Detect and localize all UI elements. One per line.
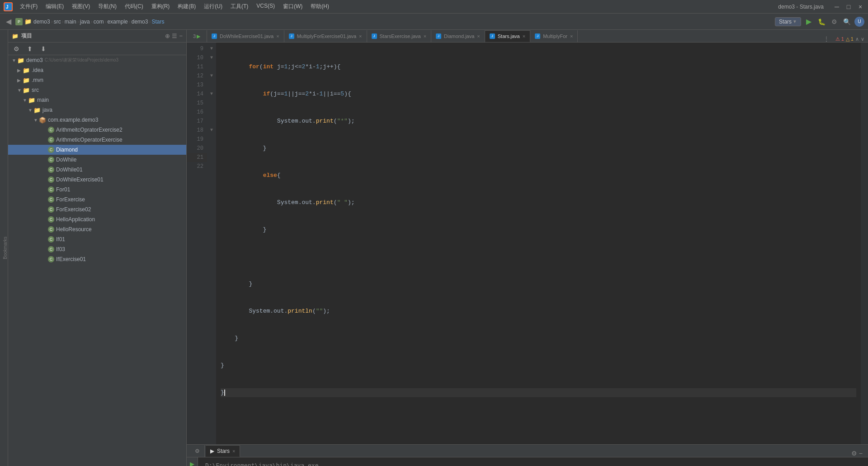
tab-dowhileexercise01[interactable]: J DoWhileExercise01.java ×: [207, 30, 284, 42]
right-scroll-gutter[interactable]: [861, 43, 868, 444]
tab-starsexercise[interactable]: J StarsExercise.java ×: [367, 30, 432, 42]
tree-ForExercise[interactable]: ▶ C ForExercise: [8, 195, 186, 204]
tree-ForExercise02[interactable]: ▶ C ForExercise02: [8, 204, 186, 214]
tree-DoWhileExercise01[interactable]: ▶ C DoWhileExercise01: [8, 175, 186, 185]
run-panel: ⚙ ▶ Stars × ⚙ −: [187, 444, 868, 466]
tree-package[interactable]: ▼ 📦 com.example.demo3: [8, 115, 186, 125]
menu-window[interactable]: 窗口(W): [279, 2, 306, 11]
menu-nav[interactable]: 导航(N): [94, 2, 120, 11]
tab-close-multiply1[interactable]: ×: [359, 33, 362, 39]
tree-DoWhile01[interactable]: ▶ C DoWhile01: [8, 165, 186, 175]
run-sidebar: ▶ ⬆ ⚙ ⬇ ≡ 🗑: [187, 457, 198, 466]
tree-DoWhile[interactable]: ▶ C DoWhile: [8, 155, 186, 165]
menu-code[interactable]: 代码(C): [121, 2, 147, 11]
tree-For01[interactable]: ▶ C For01: [8, 185, 186, 195]
tree-mvn[interactable]: ▶ 📁 .mvn: [8, 75, 186, 85]
bc-example[interactable]: example: [107, 19, 127, 25]
bc-demo3[interactable]: demo3: [33, 19, 50, 25]
tree-idea[interactable]: ▶ 📁 .idea: [8, 65, 186, 75]
tree-If01[interactable]: ▶ C If01: [8, 234, 186, 244]
line-numbers: 9 10 11 12 13 14 15 16 17 18 19 20 21 22: [187, 43, 207, 444]
menu-help[interactable]: 帮助(H): [307, 2, 333, 11]
tree-node-label: IfExercise01: [56, 256, 86, 262]
menu-run[interactable]: 运行(U): [200, 2, 226, 11]
sidebar-settings-btn[interactable]: ⚙: [10, 43, 23, 55]
tree-node-label: DoWhileExercise01: [56, 176, 104, 183]
tab-diamond[interactable]: J Diamond.java ×: [431, 30, 485, 42]
tree-If03[interactable]: ▶ C If03: [8, 244, 186, 254]
tab-close-diamond[interactable]: ×: [477, 33, 480, 39]
tab-overflow-btn[interactable]: ⋮: [824, 36, 829, 42]
bc-demo3-2[interactable]: demo3: [132, 19, 148, 25]
bc-java[interactable]: java: [80, 19, 90, 25]
tree-HelloApplication[interactable]: ▶ C HelloApplication: [8, 214, 186, 224]
project-icon: P: [15, 18, 23, 25]
tree-main[interactable]: ▼ 📁 main: [8, 95, 186, 105]
sidebar-collapse-all-btn[interactable]: ⬇: [37, 43, 50, 55]
tab-stars[interactable]: J Stars.java ×: [485, 30, 530, 42]
title-bar: J 文件(F) 编辑(E) 视图(V) 导航(N) 代码(C) 重构(R) 构建…: [0, 0, 868, 14]
code-editor[interactable]: 9 10 11 12 13 14 15 16 17 18 19 20 21 22: [187, 43, 868, 444]
bc-src[interactable]: src: [54, 19, 61, 25]
bookmarks-label[interactable]: Bookmarks: [3, 237, 8, 259]
run-config-dropdown[interactable]: Stars ▼: [775, 17, 801, 26]
nav-back-button[interactable]: ◀: [4, 17, 14, 27]
close-button[interactable]: ×: [856, 3, 864, 11]
run-again-btn[interactable]: ▶: [188, 459, 197, 466]
sidebar-expand-all-btn[interactable]: ⬆: [24, 43, 36, 55]
app-logo: J: [4, 2, 13, 11]
tab-multiplyfor[interactable]: J MultiplyFor ×: [530, 30, 578, 42]
window-controls: ─ □ ×: [833, 3, 864, 11]
collapse-btn[interactable]: ∧: [855, 36, 859, 42]
tree-IfExercise01[interactable]: ▶ C IfExercise01: [8, 254, 186, 264]
bc-main[interactable]: main: [65, 19, 76, 25]
code-content[interactable]: for(int j=1;j<=2*i-1;j++){ if(j==1||j==2…: [216, 43, 861, 444]
menu-edit[interactable]: 编辑(E): [42, 2, 67, 11]
run-tab-close[interactable]: ×: [232, 448, 235, 454]
tree-java[interactable]: ▼ 📁 java: [8, 105, 186, 115]
editor-tab-bar: 3 ▶ J DoWhileExercise01.java × J Multipl…: [187, 30, 868, 43]
expand-btn[interactable]: ∨: [861, 36, 864, 42]
menu-vcs[interactable]: VCS(S): [253, 2, 278, 11]
tab-close-stars[interactable]: ×: [523, 33, 525, 39]
tree-node-label: ForExercise: [56, 196, 85, 203]
minimize-button[interactable]: ─: [833, 3, 841, 11]
menu-build[interactable]: 构建(B): [174, 2, 199, 11]
run-config-settings[interactable]: ⚙: [190, 445, 205, 457]
tree-ArithmeitcOpratorExercise2[interactable]: ▶ C ArithmeitcOpratorExercise2: [8, 125, 186, 135]
tab-close-dowhile[interactable]: ×: [276, 33, 279, 39]
run-content: ▶ ⬆ ⚙ ⬇ ≡ 🗑 D:\Environment\java\bin\java…: [187, 457, 868, 466]
bc-stars[interactable]: Stars: [151, 19, 164, 25]
tab-close-multiplyfor[interactable]: ×: [570, 33, 573, 39]
panel-settings-btn[interactable]: ⚙: [851, 450, 857, 457]
tab-stars-run[interactable]: ▶ Stars ×: [206, 445, 240, 457]
run-button[interactable]: ▶: [804, 17, 814, 27]
run-config-arrow: ▼: [793, 19, 797, 24]
menu-refactor[interactable]: 重构(R): [148, 2, 174, 11]
tree-HelloResource[interactable]: ▶ C HelloResource: [8, 224, 186, 234]
panel-minimize-btn[interactable]: −: [859, 450, 863, 457]
sidebar-add-btn[interactable]: ⊕: [165, 33, 170, 39]
menu-tools[interactable]: 工具(T): [227, 2, 252, 11]
tree-root-demo3[interactable]: ▼ 📁 demo3 C:\Users\谢家荣\IdeaProjects\demo…: [8, 55, 186, 65]
maximize-button[interactable]: □: [844, 3, 853, 11]
sidebar-options-btn[interactable]: ☰: [172, 33, 177, 39]
tab-close-starsex[interactable]: ×: [424, 33, 426, 39]
tree-ArithmeticOperatorExercise[interactable]: ▶ C ArithmeticOperatorExercise: [8, 135, 186, 145]
tree-node-label: For01: [56, 186, 70, 193]
tree-node-label: demo3: [26, 57, 43, 63]
tree-Diamond[interactable]: ▶ C Diamond: [8, 145, 186, 155]
debug-button[interactable]: 🐛: [816, 17, 826, 27]
sidebar-collapse-btn[interactable]: −: [179, 33, 183, 39]
tab-multiplyforexercise01[interactable]: J MultiplyForExercise01.java ×: [284, 30, 367, 42]
menu-view[interactable]: 视图(V): [68, 2, 94, 11]
bc-com[interactable]: com: [94, 19, 104, 25]
tree-node-label: DoWhile: [56, 157, 76, 163]
settings-button[interactable]: ⚙: [829, 17, 839, 27]
search-everywhere-button[interactable]: 🔍: [842, 17, 852, 27]
tree-src[interactable]: ▼ 📁 src: [8, 85, 186, 95]
svg-text:J: J: [6, 5, 9, 10]
run-output: D:\Environment\java\bin\java.exe ... * *…: [198, 457, 868, 466]
tree-node-label: java: [42, 107, 52, 113]
menu-file[interactable]: 文件(F): [16, 2, 41, 11]
